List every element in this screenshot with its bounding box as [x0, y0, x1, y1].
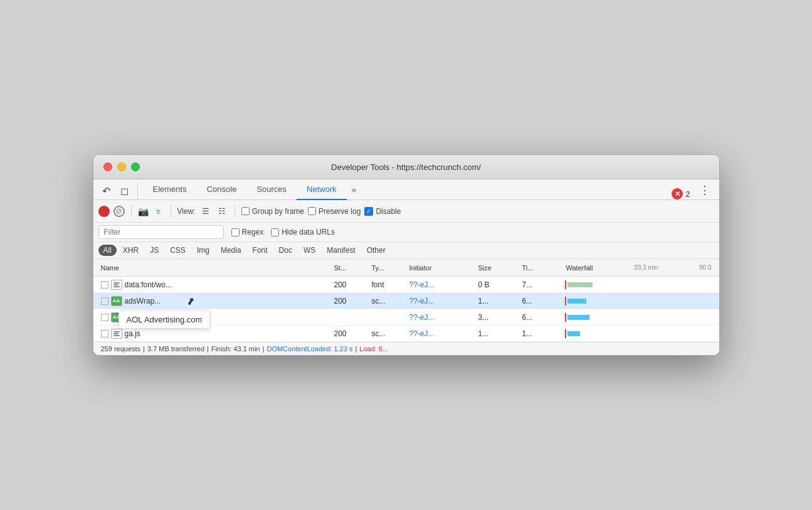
- table-header: Name St... Ty... Initiator Size Ti... Wa…: [93, 259, 719, 277]
- table-body: data:font/wo... 200 font ??-eJ... 0 B 7.…: [93, 277, 719, 342]
- type-filter-js[interactable]: JS: [145, 245, 164, 256]
- finish-time: Finish: 43.1 min: [211, 345, 260, 353]
- error-badge: ✕ 2: [672, 188, 690, 199]
- device-toolbar-button[interactable]: ◻: [117, 183, 132, 199]
- requests-count: 259 requests: [101, 345, 141, 353]
- group-by-frame-checkbox[interactable]: [241, 207, 250, 215]
- row-name-cell: ga.js: [98, 329, 332, 339]
- tab-overflow[interactable]: »: [347, 180, 361, 199]
- row-time: 1...: [520, 329, 564, 338]
- disable-cache-label[interactable]: ✓ Disable: [364, 207, 401, 216]
- header-initiator[interactable]: Initiator: [407, 264, 476, 272]
- regex-label[interactable]: Regex: [231, 228, 264, 236]
- table-row[interactable]: AA adsWrap... ⬈ 200 sc... ??-eJ... 1... …: [93, 293, 719, 309]
- row-time: 7...: [520, 280, 564, 289]
- list-view-button[interactable]: ☰: [199, 206, 212, 216]
- preserve-log-checkbox[interactable]: [308, 207, 316, 215]
- clear-button[interactable]: ⊘: [113, 206, 125, 217]
- filter-bar: Regex Hide data URLs: [93, 223, 719, 242]
- waterfall-bar: [567, 331, 580, 336]
- doc-type-icon: [111, 329, 122, 339]
- more-options-button[interactable]: ⋮: [695, 181, 714, 199]
- transferred-size: 3.7 MB transferred: [147, 345, 204, 353]
- table-row[interactable]: data:font/wo... 200 font ??-eJ... 0 B 7.…: [93, 277, 719, 293]
- toolbar-divider: [131, 205, 132, 218]
- network-toolbar: ⊘ 📷 ▿ View: ☰ ☷ Group by frame Preserve …: [93, 200, 719, 223]
- row-type: sc...: [369, 329, 407, 338]
- row-checkbox[interactable]: [101, 330, 108, 337]
- header-waterfall: Waterfall 33.3 min 90.0: [564, 264, 714, 272]
- header-status[interactable]: St...: [332, 264, 369, 272]
- record-button[interactable]: [98, 206, 110, 217]
- error-count: 2: [685, 189, 690, 199]
- tab-sources[interactable]: Sources: [246, 179, 297, 200]
- type-filter-other[interactable]: Other: [362, 245, 391, 256]
- waterfall-bar: [567, 299, 586, 304]
- row-initiator: ??-eJ...: [407, 280, 476, 289]
- row-size: 0 B: [476, 280, 520, 289]
- type-filter-all[interactable]: All: [98, 245, 117, 256]
- row-checkbox[interactable]: [101, 281, 108, 289]
- type-filter-manifest[interactable]: Manifest: [322, 245, 360, 256]
- row-size: 1...: [476, 329, 520, 338]
- camera-icon[interactable]: 📷: [138, 206, 149, 217]
- filter-input[interactable]: [98, 225, 224, 239]
- title-bar: Developer Tools - https://techcrunch.com…: [93, 155, 719, 179]
- row-type: font: [369, 280, 407, 289]
- hide-data-urls-label[interactable]: Hide data URLs: [271, 228, 335, 236]
- header-type[interactable]: Ty...: [369, 264, 407, 272]
- row-name: adsWrap...: [125, 297, 161, 305]
- type-filter-css[interactable]: CSS: [165, 245, 191, 256]
- row-type: sc...: [369, 297, 407, 305]
- row-waterfall: [564, 280, 714, 289]
- close-button[interactable]: [103, 162, 112, 171]
- group-by-frame-label[interactable]: Group by frame: [241, 207, 304, 216]
- header-time[interactable]: Ti...: [520, 264, 564, 272]
- filter-icon[interactable]: ▿: [153, 206, 164, 217]
- row-waterfall: [564, 329, 714, 338]
- tab-bar: ↶ ◻ Elements Console Sources Network » ✕…: [93, 179, 719, 200]
- row-waterfall: [564, 313, 714, 322]
- type-filter-font[interactable]: Font: [248, 245, 273, 256]
- dom-content-loaded: DOMContentLoaded: 1.23 s: [266, 345, 352, 353]
- row-checkbox[interactable]: [101, 314, 108, 321]
- disable-cache-checkbox-icon: ✓: [364, 207, 373, 216]
- row-checkbox[interactable]: [101, 297, 108, 305]
- type-filter-doc[interactable]: Doc: [274, 245, 297, 256]
- aa-type-icon: AA: [111, 296, 122, 306]
- type-filter-img[interactable]: Img: [192, 245, 214, 256]
- type-filter-media[interactable]: Media: [216, 245, 246, 256]
- maximize-button[interactable]: [131, 162, 140, 171]
- waterfall-line: [565, 329, 566, 338]
- row-initiator: ??-eJ...: [407, 329, 476, 338]
- regex-checkbox[interactable]: [231, 228, 240, 236]
- tab-network[interactable]: Network: [297, 179, 347, 200]
- error-icon: ✕: [672, 188, 683, 199]
- row-time: 6...: [520, 313, 564, 322]
- row-name-cell: AA adsWrap... ⬈: [98, 296, 332, 306]
- row-time: 6...: [520, 297, 564, 305]
- row-waterfall: [564, 297, 714, 305]
- group-view-button[interactable]: ☷: [216, 206, 228, 216]
- row-name-cell: data:font/wo...: [98, 280, 332, 290]
- status-bar: 259 requests | 3.7 MB transferred | Fini…: [93, 342, 719, 355]
- header-name[interactable]: Name: [98, 264, 332, 272]
- hide-data-urls-checkbox[interactable]: [271, 228, 279, 236]
- tab-console[interactable]: Console: [197, 179, 247, 200]
- row-initiator: ??-eJ...: [407, 297, 476, 305]
- preserve-log-label[interactable]: Preserve log: [308, 207, 361, 216]
- row-size: 3...: [476, 313, 520, 322]
- header-size[interactable]: Size: [476, 264, 520, 272]
- window-title: Developer Tools - https://techcrunch.com…: [331, 162, 481, 172]
- select-tool-button[interactable]: ↶: [98, 183, 114, 199]
- waterfall-line: [565, 313, 566, 322]
- traffic-lights: [103, 162, 140, 171]
- tab-elements[interactable]: Elements: [143, 179, 197, 200]
- row-name: data:font/wo...: [125, 280, 172, 289]
- type-filter-ws[interactable]: WS: [298, 245, 320, 256]
- row-size: 1...: [476, 297, 520, 305]
- minimize-button[interactable]: [117, 162, 126, 171]
- type-filter-xhr[interactable]: XHR: [118, 245, 144, 256]
- row-name: ga.js: [125, 329, 140, 338]
- toolbar-divider-3: [235, 205, 235, 218]
